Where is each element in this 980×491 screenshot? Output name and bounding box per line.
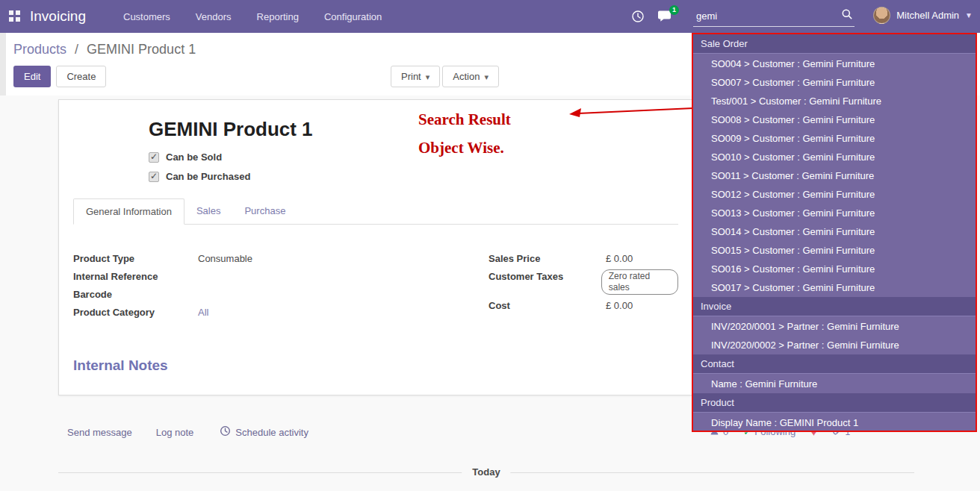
notebook-tabs: General Information Sales Purchase xyxy=(73,198,678,225)
search-result-item[interactable]: Test/001 > Customer : Gemini Furniture xyxy=(693,92,976,110)
search-input[interactable]: gemi xyxy=(696,10,841,22)
message-count-badge: 1 xyxy=(669,5,679,15)
field-product-category: Product Category All xyxy=(73,305,489,319)
search-result-item[interactable]: SO008 > Customer : Gemini Furniture xyxy=(693,110,976,129)
internal-notes-heading: Internal Notes xyxy=(73,357,678,374)
apps-grid-icon[interactable] xyxy=(9,10,21,22)
breadcrumb-current: GEMINI Product 1 xyxy=(87,42,196,57)
field-sales-price: Sales Price £ 0.00 xyxy=(489,251,678,266)
search-result-item[interactable]: SO016 > Customer : Gemini Furniture xyxy=(693,260,976,278)
nav-menus: Customers Vendors Reporting Configuratio… xyxy=(119,8,386,25)
search-result-item[interactable]: INV/2020/0002 > Partner : Gemini Furnitu… xyxy=(693,336,976,354)
print-dropdown-button[interactable]: Print xyxy=(391,66,440,87)
activities-clock-icon[interactable] xyxy=(631,10,645,26)
today-label: Today xyxy=(462,466,510,478)
form-sheet: GEMINI Product 1 Can be Sold Can be Purc… xyxy=(58,99,693,395)
tab-purchase[interactable]: Purchase xyxy=(232,198,297,224)
search-result-item[interactable]: SO010 > Customer : Gemini Furniture xyxy=(693,148,976,166)
checkbox-checked-icon[interactable] xyxy=(149,152,159,163)
schedule-activity-button[interactable]: Schedule activity xyxy=(220,425,308,439)
breadcrumb: Products / GEMINI Product 1 xyxy=(13,42,196,57)
search-results-dropdown: Sale Order SO004 > Customer : Gemini Fur… xyxy=(692,33,977,432)
field-customer-taxes: Customer Taxes Zero rated sales xyxy=(489,269,678,295)
search-result-item[interactable]: SO013 > Customer : Gemini Furniture xyxy=(693,204,976,222)
user-menu[interactable]: Mitchell Admin ▼ xyxy=(873,7,973,24)
search-result-item[interactable]: SO004 > Customer : Gemini Furniture xyxy=(693,54,976,73)
breadcrumb-products-link[interactable]: Products xyxy=(13,42,66,57)
screen: Invoicing Customers Vendors Reporting Co… xyxy=(0,0,980,491)
global-search-box[interactable]: gemi xyxy=(693,7,855,27)
app-name[interactable]: Invoicing xyxy=(30,8,86,25)
action-dropdown-button[interactable]: Action xyxy=(442,66,499,87)
can-be-purchased-checkbox-row[interactable]: Can be Purchased xyxy=(149,171,678,182)
annotation-text: Search Result Object Wise. xyxy=(418,110,511,167)
send-message-button[interactable]: Send message xyxy=(67,427,132,438)
search-result-item[interactable]: SO012 > Customer : Gemini Furniture xyxy=(693,185,976,204)
search-result-item[interactable]: Display Name : GEMINI Product 1 xyxy=(693,413,976,432)
tax-tag: Zero rated sales xyxy=(601,269,678,295)
field-barcode: Barcode xyxy=(73,287,489,301)
log-note-button[interactable]: Log note xyxy=(156,427,194,438)
create-button[interactable]: Create xyxy=(56,66,106,87)
search-result-item[interactable]: SO015 > Customer : Gemini Furniture xyxy=(693,241,976,260)
search-result-item[interactable]: SO007 > Customer : Gemini Furniture xyxy=(693,73,976,92)
search-result-item[interactable]: SO011 > Customer : Gemini Furniture xyxy=(693,166,976,185)
clock-icon xyxy=(220,425,231,439)
annotation-arrow xyxy=(562,101,698,122)
field-cost: Cost £ 0.00 xyxy=(489,298,678,313)
search-result-item[interactable]: INV/2020/0001 > Partner : Gemini Furnitu… xyxy=(693,317,976,336)
messages-icon[interactable]: 1 xyxy=(657,10,672,26)
left-gutter xyxy=(0,33,6,96)
avatar xyxy=(873,7,890,24)
nav-menu-reporting[interactable]: Reporting xyxy=(252,8,303,25)
edit-button[interactable]: Edit xyxy=(13,66,51,87)
annotation-line-1: Search Result xyxy=(418,110,511,129)
search-group-invoice: Invoice xyxy=(693,297,976,316)
annotation-line-2: Object Wise. xyxy=(418,139,511,157)
nav-menu-customers[interactable]: Customers xyxy=(119,8,175,25)
tab-sales[interactable]: Sales xyxy=(184,198,233,224)
breadcrumb-separator: / xyxy=(75,42,78,57)
today-divider: Today xyxy=(58,472,914,473)
search-group-product: Product xyxy=(693,393,976,413)
tab-general-information[interactable]: General Information xyxy=(73,198,184,225)
checkbox-checked-icon[interactable] xyxy=(149,172,159,182)
search-result-item[interactable]: SO014 > Customer : Gemini Furniture xyxy=(693,222,976,241)
can-be-purchased-label: Can be Purchased xyxy=(166,171,250,182)
top-navbar: Invoicing Customers Vendors Reporting Co… xyxy=(0,0,980,33)
chevron-down-icon: ▼ xyxy=(965,11,973,19)
nav-menu-vendors[interactable]: Vendors xyxy=(191,8,236,25)
search-result-item[interactable]: SO017 > Customer : Gemini Furniture xyxy=(693,278,976,297)
search-icon[interactable] xyxy=(841,8,853,23)
search-result-item[interactable]: SO009 > Customer : Gemini Furniture xyxy=(693,129,976,148)
user-name: Mitchell Admin xyxy=(896,10,959,21)
field-product-type: Product Type Consumable xyxy=(73,251,489,266)
search-group-contact: Contact xyxy=(693,354,976,374)
can-be-sold-label: Can be Sold xyxy=(166,151,222,163)
product-category-link[interactable]: All xyxy=(198,305,208,319)
field-internal-reference: Internal Reference xyxy=(73,269,489,284)
search-group-sale-order: Sale Order xyxy=(693,34,976,54)
search-result-item[interactable]: Name : Gemini Furniture xyxy=(693,375,976,393)
nav-menu-configuration[interactable]: Configuration xyxy=(320,8,386,25)
can-be-sold-checkbox-row[interactable]: Can be Sold xyxy=(149,151,678,163)
